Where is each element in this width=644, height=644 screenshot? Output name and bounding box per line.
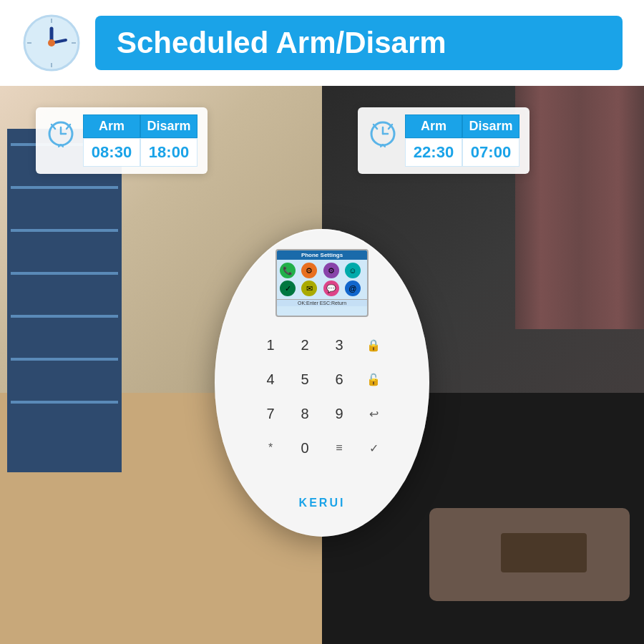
clock-icon xyxy=(21,13,82,74)
page-title: Scheduled Arm/Disarm xyxy=(117,26,447,59)
key-9[interactable]: 9 xyxy=(326,400,353,427)
key-5[interactable]: 5 xyxy=(291,366,318,393)
key-6[interactable]: 6 xyxy=(326,366,353,393)
key-back[interactable]: ↩ xyxy=(360,400,387,427)
bookshelf xyxy=(7,129,122,472)
curtain-right xyxy=(580,86,644,329)
lcd-icon-gear: ⚙ xyxy=(323,263,339,278)
key-8[interactable]: 8 xyxy=(291,400,318,427)
key-7[interactable]: 7 xyxy=(257,400,284,427)
key-0[interactable]: 0 xyxy=(291,434,318,462)
lcd-icon-settings: ⚙ xyxy=(301,263,317,278)
lcd-screen: Phone Settings 📞 ⚙ ⚙ ☺ ✓ ✉ 💬 @ OK:Enter … xyxy=(275,249,369,317)
key-1[interactable]: 1 xyxy=(257,331,284,358)
key-lock[interactable]: 🔒 xyxy=(360,331,387,358)
header: Scheduled Arm/Disarm xyxy=(0,0,644,86)
lcd-footer: OK:Enter ESC:Return xyxy=(277,299,367,306)
lcd-icon-check: ✓ xyxy=(280,280,296,296)
coffee-table xyxy=(501,533,587,572)
lcd-icon-phone: 📞 xyxy=(280,263,296,278)
key-lock2[interactable]: 🔓 xyxy=(360,366,387,393)
lcd-icon-email: ✉ xyxy=(301,280,317,296)
keypad: 1 2 3 🔒 4 5 6 🔓 7 8 9 ↩ * 0 ≡ ✓ xyxy=(235,323,409,470)
key-2[interactable]: 2 xyxy=(291,331,318,358)
header-title-bg: Scheduled Arm/Disarm xyxy=(95,16,623,70)
key-check[interactable]: ✓ xyxy=(360,434,387,462)
key-star[interactable]: * xyxy=(257,434,284,462)
lcd-icon-smiley: ☺ xyxy=(345,263,361,278)
curtain-left xyxy=(515,86,580,329)
alarm-device: Phone Settings 📞 ⚙ ⚙ ☺ ✓ ✉ 💬 @ OK:Enter … xyxy=(215,229,429,537)
lcd-icon-msg: 💬 xyxy=(323,280,339,296)
key-3[interactable]: 3 xyxy=(326,331,353,358)
lcd-icons: 📞 ⚙ ⚙ ☺ ✓ ✉ 💬 @ xyxy=(277,260,367,299)
key-4[interactable]: 4 xyxy=(257,366,284,393)
main-area: Arm Disarm 08:30 18:00 Ar xyxy=(0,86,644,644)
brand-label: KERUI xyxy=(299,497,346,509)
lcd-title: Phone Settings xyxy=(277,250,367,260)
device-panel: Phone Settings 📞 ⚙ ⚙ ☺ ✓ ✉ 💬 @ OK:Enter … xyxy=(215,229,429,537)
key-menu[interactable]: ≡ xyxy=(326,434,353,462)
lcd-icon-at: @ xyxy=(345,280,361,296)
svg-point-3 xyxy=(48,39,55,47)
